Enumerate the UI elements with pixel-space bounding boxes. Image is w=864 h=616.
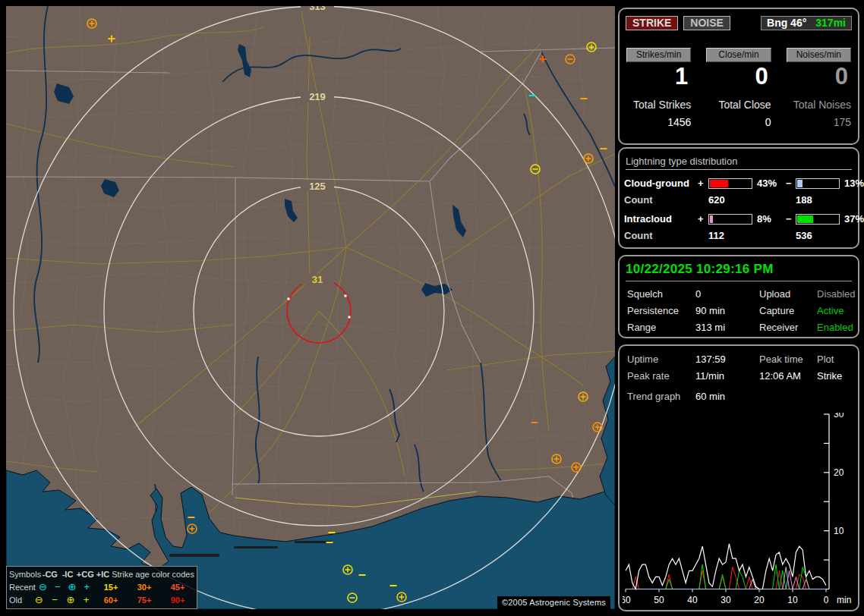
counter-total-label: Total Close <box>706 99 771 111</box>
datetime-display: 10/22/2025 10:29:16 PM <box>626 262 852 281</box>
strike-dot <box>348 316 351 319</box>
counter-value: 1 <box>626 64 691 90</box>
distribution-row-intracloud: Intracloud+8%−37% <box>624 213 853 225</box>
peak-time-value: 12:06 AM <box>759 370 817 382</box>
counter-total-value: 1456 <box>626 116 691 128</box>
counter-noises-min: Noises/min0Total Noises175 <box>787 48 851 128</box>
legend-age-title: Strike age color codes <box>112 570 194 579</box>
bearing-readout: Bng 46° 317mi <box>761 16 852 30</box>
age-code-60: 60+ <box>94 596 128 605</box>
map-canvas: 31321912531 <box>6 6 615 609</box>
negative-count: 536 <box>796 230 841 241</box>
stats-grid: Uptime 137:59 Peak time Plot Peak rate 1… <box>627 354 850 382</box>
positive-bar <box>708 178 752 189</box>
uptime-value: 137:59 <box>695 354 759 365</box>
positive-count: 620 <box>708 194 754 206</box>
panel-distribution: Lightning type distribution Cloud-ground… <box>618 147 859 249</box>
x-tick-label: 40 <box>687 595 698 605</box>
symbol-legend: Symbols -CG -IC +CG +IC Strike age color… <box>6 566 197 609</box>
counter-close-min: Close/min0Total Close0 <box>706 48 771 128</box>
copyright-text: ©2005 Astrogenic Systems <box>497 596 610 609</box>
peak-rate-value: 11/min <box>695 370 759 382</box>
panel-stats: Uptime 137:59 Peak time Plot Peak rate 1… <box>618 344 859 611</box>
panel-counters: STRIKE NOISE Bng 46° 317mi Strikes/min1T… <box>618 8 859 145</box>
trend-graph-window: 60 min <box>695 391 850 402</box>
x-tick-label: 0 <box>824 595 829 605</box>
negative-bar <box>796 214 840 225</box>
bearing-distance: 317mi <box>815 17 846 29</box>
y-tick-label: 30 <box>834 413 844 420</box>
counter-total-value: 175 <box>787 116 851 128</box>
strike-dot <box>345 295 347 297</box>
legend-col-nic: -IC <box>58 570 76 579</box>
lightning-map[interactable]: 31321912531 Symbols -CG -IC +CG +IC Stri… <box>6 6 615 609</box>
x-tick-label: 50 <box>654 595 664 605</box>
nic-symbol-icon: − <box>47 595 63 605</box>
distribution-title: Lightning type distribution <box>626 156 852 170</box>
peak-rate-label: Peak rate <box>627 370 695 382</box>
legend-col-pic: +IC <box>94 570 112 579</box>
status-upload: Disabled <box>817 288 856 300</box>
status-capture: Active <box>817 305 856 316</box>
trend-series-ic_pos_rate <box>626 570 826 589</box>
age-code-75: 75+ <box>128 596 161 605</box>
ring-label-125: 125 <box>309 181 326 192</box>
peak-time-label: Peak time <box>759 354 817 365</box>
age-code-90: 90+ <box>161 596 194 605</box>
legend-col-ncg: -CG <box>41 570 58 579</box>
pcg-symbol-icon: ⊕ <box>62 595 78 605</box>
legend-col-pcg: +CG <box>77 570 94 579</box>
positive-count: 112 <box>708 230 754 241</box>
strike-mode-button[interactable]: STRIKE <box>626 16 678 30</box>
legend-header-row: Symbols -CG -IC +CG +IC Strike age color… <box>9 567 194 580</box>
pic-symbol-icon: + <box>80 582 94 592</box>
ring-label-219: 219 <box>309 91 326 102</box>
status-grid: Squelch0UploadDisabledPersistence90 minC… <box>627 288 850 333</box>
age-code-30: 30+ <box>128 583 161 592</box>
legend-row-recent: Recent⊖−⊕+15+30+45+ <box>9 580 194 593</box>
nic-symbol-icon: − <box>50 582 65 592</box>
trend-series-total_rate <box>626 544 826 589</box>
sidebar: STRIKE NOISE Bng 46° 317mi Strikes/min1T… <box>616 0 861 616</box>
strike-dot <box>288 298 290 300</box>
ncg-symbol-icon: ⊖ <box>31 595 47 605</box>
trend-graph-label: Trend graph <box>627 391 695 402</box>
ring-label-313: 313 <box>309 6 326 12</box>
x-axis-unit: min <box>837 595 851 605</box>
counter-value: 0 <box>706 64 771 90</box>
status-receiver: Enabled <box>817 322 856 333</box>
x-tick-label: 10 <box>787 595 798 605</box>
age-code-15: 15+ <box>94 583 128 592</box>
ncg-symbol-icon: ⊖ <box>36 582 50 592</box>
age-code-45: 45+ <box>161 583 194 592</box>
counter-header-button[interactable]: Close/min <box>706 48 771 62</box>
distribution-row-cloud-ground: Cloud-ground+43%−13% <box>624 178 853 189</box>
legend-row-old: Old⊖−⊕+60+75+90+ <box>9 593 194 606</box>
rate-counters: Strikes/min1Total Strikes1456Close/min0T… <box>626 48 851 128</box>
plot-label: Plot <box>817 354 850 365</box>
counter-value: 0 <box>787 64 851 90</box>
x-tick-label: 20 <box>754 595 765 605</box>
pcg-symbol-icon: ⊕ <box>65 582 79 592</box>
uptime-label: Uptime <box>627 354 695 365</box>
counter-total-value: 0 <box>706 116 771 128</box>
noise-mode-button[interactable]: NOISE <box>683 16 730 30</box>
counter-header-button[interactable]: Noises/min <box>787 48 851 62</box>
positive-bar <box>708 214 752 225</box>
pic-symbol-icon: + <box>78 595 94 605</box>
plot-value: Strike <box>817 370 850 382</box>
negative-count: 188 <box>796 194 841 206</box>
x-tick-label: 30 <box>721 595 731 605</box>
y-tick-label: 10 <box>834 526 844 536</box>
y-tick-label: 20 <box>834 467 844 478</box>
distribution-count-row: Count620188 <box>624 194 853 206</box>
distribution-count-row: Count112536 <box>624 230 853 241</box>
counter-total-label: Total Strikes <box>626 99 691 111</box>
counter-header-button[interactable]: Strikes/min <box>626 48 691 62</box>
x-tick-label: 60 <box>623 595 631 605</box>
panel-status: 10/22/2025 10:29:16 PM Squelch0UploadDis… <box>618 255 859 338</box>
mode-row: STRIKE NOISE Bng 46° 317mi <box>626 16 852 30</box>
counter-total-label: Total Noises <box>787 99 851 111</box>
bearing-value: Bng 46° <box>767 17 806 29</box>
ring-label-31: 31 <box>312 274 323 285</box>
